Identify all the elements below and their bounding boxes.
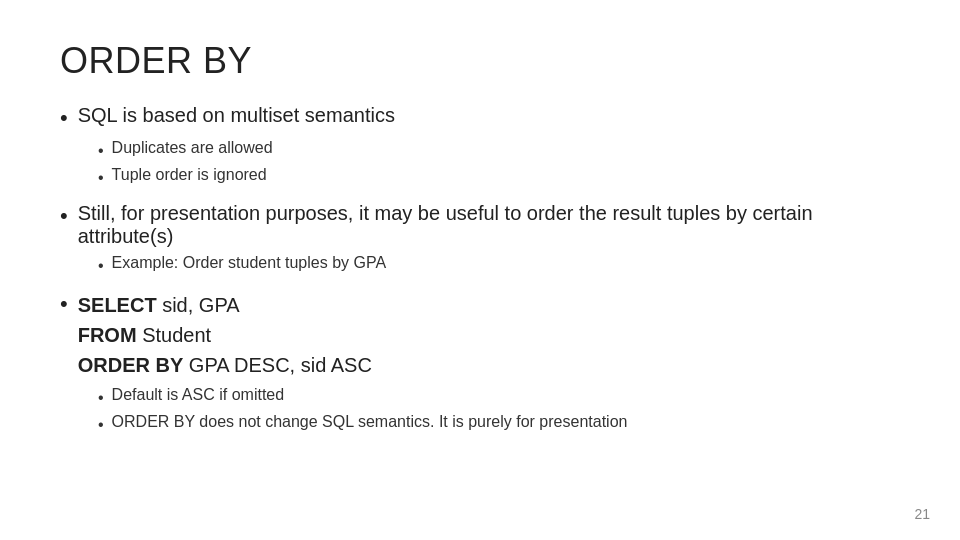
sub-bullet-text: Duplicates are allowed [112,139,273,157]
slide-number: 21 [914,506,930,522]
section-sql-multiset: • SQL is based on multiset semantics • D… [60,104,900,190]
bullet-dot: • [60,202,68,231]
bullet-dot: • [60,290,68,319]
sql-line-2: FROM Student [78,320,372,350]
sql-line-1: SELECT sid, GPA [78,290,372,320]
section-sql-example: • SELECT sid, GPA FROM Student ORDER BY … [60,290,900,437]
keyword-from: FROM [78,324,137,346]
bullet-dot: • [60,104,68,133]
bullet-text: SQL is based on multiset semantics [78,104,395,127]
sql-line-3: ORDER BY GPA DESC, sid ASC [78,350,372,380]
sub-bullet-text: Default is ASC if omitted [112,386,285,404]
sub-bullet-text: Example: Order student tuples by GPA [112,254,387,272]
keyword-order: ORDER BY [78,354,184,376]
section-presentation: • Still, for presentation purposes, it m… [60,202,900,278]
bullet-sql-code: • SELECT sid, GPA FROM Student ORDER BY … [60,290,900,380]
sub-bullet-example: • Example: Order student tuples by GPA [98,254,900,278]
sub-bullet-order-by-presentation: • ORDER BY does not change SQL semantics… [98,413,900,437]
slide-title: ORDER BY [60,40,900,82]
sub-bullet-text: Tuple order is ignored [112,166,267,184]
sub-dot: • [98,386,104,410]
keyword-select: SELECT [78,294,157,316]
sub-bullet-duplicates: • Duplicates are allowed [98,139,900,163]
sub-dot: • [98,166,104,190]
sub-bullet-tuple-order: • Tuple order is ignored [98,166,900,190]
slide: ORDER BY • SQL is based on multiset sema… [0,0,960,540]
bullet-sql-multiset: • SQL is based on multiset semantics [60,104,900,133]
sub-dot: • [98,413,104,437]
sub-dot: • [98,139,104,163]
sub-bullet-default-asc: • Default is ASC if omitted [98,386,900,410]
sub-bullet-text: ORDER BY does not change SQL semantics. … [112,413,628,431]
bullet-text: Still, for presentation purposes, it may… [78,202,900,248]
bullet-presentation: • Still, for presentation purposes, it m… [60,202,900,248]
sub-dot: • [98,254,104,278]
sql-code-block: SELECT sid, GPA FROM Student ORDER BY GP… [78,290,372,380]
